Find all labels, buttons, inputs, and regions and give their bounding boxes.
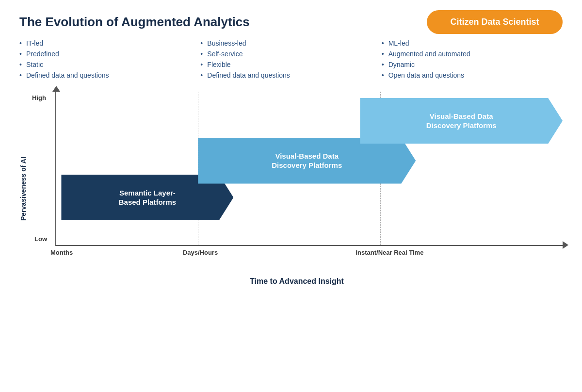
column-2: Business-led Self-service Flexible Defin…	[200, 39, 381, 82]
x-label-months: Months	[50, 249, 73, 256]
visual-discovery-arrow-middle: Visual-Based DataDiscovery Platforms	[198, 138, 416, 184]
y-low-label: Low	[34, 235, 47, 243]
list-item: Static	[19, 61, 191, 68]
list-item: Predefined	[19, 50, 191, 58]
x-labels: Months Days/Hours Instant/Near Real Time	[55, 249, 563, 262]
citizen-badge-container: Citizen Data Scientist	[417, 10, 563, 34]
x-label-instant: Instant/Near Real Time	[356, 249, 423, 256]
column-3: ML-led Augmented and automated Dynamic O…	[382, 39, 563, 82]
column-3-list: ML-led Augmented and automated Dynamic O…	[382, 39, 553, 79]
visual-discovery-label-top: Visual-Based DataDiscovery Platforms	[426, 112, 497, 131]
citizen-data-scientist-badge: Citizen Data Scientist	[427, 10, 563, 34]
content-area: Citizen Data Scientist IT-led Predefined…	[19, 39, 563, 286]
list-item: Augmented and automated	[382, 50, 553, 58]
list-item: Defined data and questions	[19, 71, 191, 79]
chart-grid: High Low Semantic Layer-Based Platforms …	[55, 92, 563, 246]
list-item: Business-led	[200, 39, 372, 47]
y-axis-arrow-icon	[52, 86, 60, 92]
visual-discovery-label-middle: Visual-Based DataDiscovery Platforms	[272, 151, 342, 170]
x-axis-title: Time to Advanced Insight	[31, 277, 563, 286]
chart-inner: High Low Semantic Layer-Based Platforms …	[31, 92, 563, 286]
column-2-list: Business-led Self-service Flexible Defin…	[200, 39, 372, 79]
list-item: Flexible	[200, 61, 372, 68]
x-axis-arrow-icon	[563, 241, 568, 249]
column-1: IT-led Predefined Static Defined data an…	[19, 39, 200, 82]
chart-outer: Pervasiveness of AI High Low Semantic La…	[19, 92, 563, 286]
semantic-layer-label: Semantic Layer-Based Platforms	[119, 188, 176, 207]
y-axis-label: Pervasiveness of AI	[19, 92, 27, 286]
list-item: Open data and questions	[382, 71, 553, 79]
y-high-label: High	[32, 94, 46, 101]
column-1-list: IT-led Predefined Static Defined data an…	[19, 39, 191, 79]
list-item: ML-led	[382, 39, 553, 47]
visual-discovery-arrow-top: Visual-Based DataDiscovery Platforms	[360, 98, 563, 144]
x-label-days: Days/Hours	[183, 249, 218, 256]
columns-area: IT-led Predefined Static Defined data an…	[19, 39, 563, 82]
list-item: Self-service	[200, 50, 372, 58]
list-item: IT-led	[19, 39, 191, 47]
list-item: Dynamic	[382, 61, 553, 68]
top-section: Citizen Data Scientist IT-led Predefined…	[19, 39, 563, 82]
list-item: Defined data and questions	[200, 71, 372, 79]
